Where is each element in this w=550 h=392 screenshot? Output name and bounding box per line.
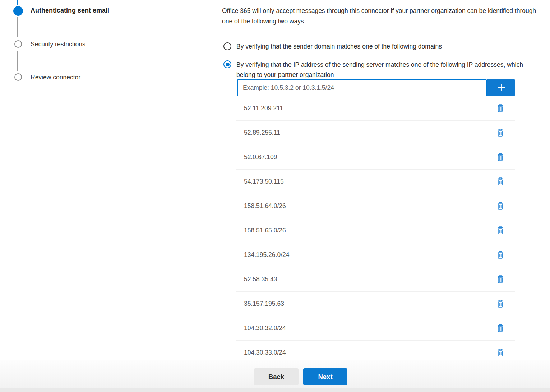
step-upcoming-dot (14, 73, 22, 81)
trash-icon (496, 348, 504, 357)
ip-address-value: 35.157.195.63 (244, 300, 284, 308)
ip-address-value: 158.51.65.0/26 (244, 227, 286, 234)
delete-ip-button[interactable] (494, 176, 506, 188)
step-security-restrictions[interactable]: Security restrictions (31, 41, 85, 48)
trash-icon (496, 202, 504, 211)
next-button[interactable]: Next (303, 368, 347, 385)
ip-list-item: 52.89.255.11 (236, 121, 515, 145)
delete-ip-button[interactable] (494, 127, 506, 139)
delete-ip-button[interactable] (494, 225, 506, 237)
stepper-connector (17, 17, 18, 37)
ip-address-value: 54.173.50.115 (244, 178, 284, 185)
ip-list-item: 52.0.67.109 (236, 145, 515, 170)
footer-buttons: Back Next (254, 368, 347, 385)
ip-address-list: 52.11.209.211 52.89.255.11 (236, 96, 515, 365)
trash-icon (496, 226, 504, 235)
intro-text: Office 365 will only accept messages thr… (222, 6, 547, 26)
ip-list-item: 158.51.64.0/26 (236, 194, 515, 218)
ip-address-input[interactable] (237, 79, 487, 96)
trash-icon (496, 104, 504, 113)
stepper-connector (17, 0, 18, 5)
trash-icon (496, 177, 504, 186)
connector-wizard: Authenticating sent email Security restr… (0, 0, 550, 392)
step-current-dot (13, 6, 23, 16)
stepper-connector (17, 51, 18, 71)
trash-icon (496, 275, 504, 284)
ip-address-value: 104.30.33.0/24 (244, 349, 286, 356)
trash-icon (496, 324, 504, 333)
trash-icon (496, 299, 504, 308)
ip-address-value: 52.58.35.43 (244, 276, 277, 283)
ip-list-item: 134.195.26.0/24 (236, 243, 515, 267)
radio-selected-icon[interactable] (223, 60, 231, 68)
delete-ip-button[interactable] (494, 347, 506, 359)
option-label: By verifying that the IP address of the … (236, 60, 530, 80)
ip-address-value: 104.30.32.0/24 (244, 324, 286, 332)
step-authenticating-sent-email[interactable]: Authenticating sent email (31, 7, 109, 14)
delete-ip-button[interactable] (494, 151, 506, 163)
back-button[interactable]: Back (254, 368, 299, 385)
delete-ip-button[interactable] (494, 200, 506, 212)
option-verify-domain[interactable]: By verifying that the sender domain matc… (223, 42, 442, 50)
ip-address-value: 52.0.67.109 (244, 153, 277, 161)
add-ip-button[interactable] (487, 79, 515, 96)
option-verify-ip[interactable]: By verifying that the IP address of the … (223, 60, 530, 80)
option-label: By verifying that the sender domain matc… (236, 42, 442, 50)
step-review-connector[interactable]: Review connector (31, 74, 80, 81)
trash-icon (496, 250, 504, 259)
delete-ip-button[interactable] (494, 102, 506, 115)
trash-icon (496, 128, 504, 137)
delete-ip-button[interactable] (494, 322, 506, 335)
ip-address-value: 52.11.209.211 (244, 105, 283, 112)
ip-address-value: 52.89.255.11 (244, 129, 280, 137)
step-upcoming-dot (14, 40, 22, 48)
delete-ip-button[interactable] (494, 298, 506, 310)
plus-icon (496, 83, 506, 93)
ip-list-item: 52.11.209.211 (236, 96, 515, 121)
ip-list-item: 158.51.65.0/26 (236, 218, 515, 243)
wizard-steps-panel: Authenticating sent email Security restr… (0, 0, 196, 360)
ip-list-item: 35.157.195.63 (236, 292, 515, 316)
ip-list-item: 52.58.35.43 (236, 267, 515, 292)
trash-icon (496, 153, 504, 162)
radio-unselected-icon[interactable] (223, 42, 231, 50)
ip-address-value: 158.51.64.0/26 (244, 202, 286, 210)
delete-ip-button[interactable] (494, 273, 506, 286)
ip-address-value: 134.195.26.0/24 (244, 251, 290, 259)
ip-list-item: 54.173.50.115 (236, 170, 515, 194)
ip-list-item: 104.30.32.0/24 (236, 316, 515, 341)
delete-ip-button[interactable] (494, 249, 506, 261)
